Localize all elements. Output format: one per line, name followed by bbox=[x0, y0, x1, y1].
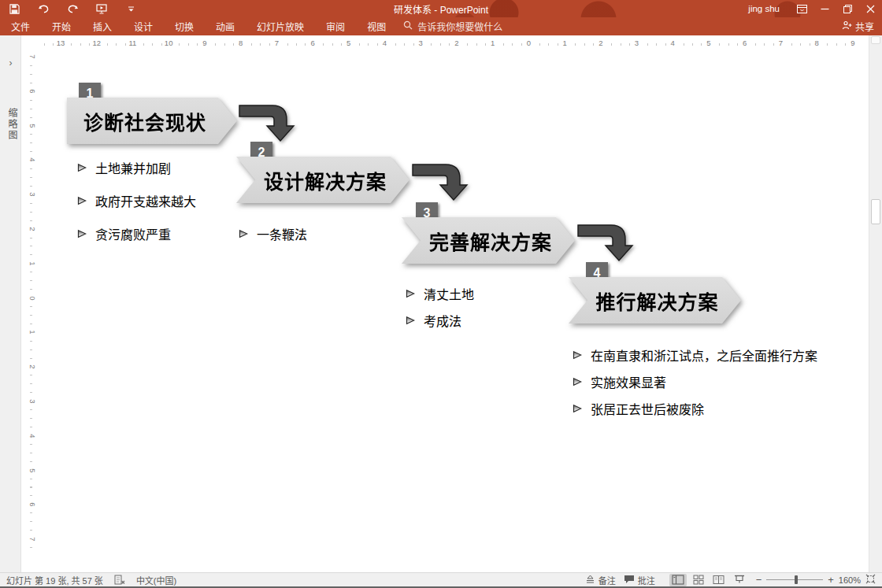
reading-view-icon[interactable] bbox=[710, 574, 728, 586]
tab-insert[interactable]: 插入 bbox=[82, 17, 123, 35]
search-label: 告诉我你想要做什么 bbox=[417, 20, 502, 33]
ruler-number: 5 bbox=[343, 39, 355, 47]
ruler-number: 12 bbox=[91, 39, 103, 47]
statusbar-right: 备注 批注 bbox=[585, 574, 882, 586]
slideshow-icon[interactable] bbox=[731, 574, 748, 586]
bullet-text: 在南直隶和浙江试点，之后全面推行方案 bbox=[591, 346, 817, 364]
comments-label: 批注 bbox=[638, 574, 655, 586]
tab-slideshow[interactable]: 幻灯片放映 bbox=[246, 17, 315, 35]
zoom-level[interactable]: 160% bbox=[839, 575, 861, 585]
ruler-number: 0 bbox=[522, 39, 535, 47]
vertical-scrollbar[interactable] bbox=[869, 35, 882, 572]
quick-access-toolbar bbox=[8, 0, 137, 17]
list-item: 张居正去世后被废除 bbox=[573, 395, 817, 422]
redo-icon[interactable] bbox=[66, 2, 79, 15]
step-title: 设计解决方案 bbox=[236, 157, 410, 203]
list-item: 实施效果显著 bbox=[573, 368, 817, 395]
zoom-control: − + 160% bbox=[756, 574, 876, 586]
start-slideshow-icon[interactable] bbox=[95, 2, 108, 15]
spellcheck-icon[interactable] bbox=[114, 575, 125, 585]
h-ruler-numbers: 131211109876543210123456789 bbox=[54, 35, 865, 53]
bullet-text: 清丈土地 bbox=[424, 284, 474, 303]
step-shape-3[interactable]: 完善解决方案 bbox=[402, 217, 575, 264]
scrollbar-thumb[interactable] bbox=[871, 199, 880, 224]
share-label: 共享 bbox=[855, 20, 874, 33]
tab-review[interactable]: 审阅 bbox=[315, 17, 356, 35]
tab-transitions[interactable]: 切换 bbox=[164, 17, 205, 35]
step-1-bullet-list: 土地兼并加剧 政府开支越来越大 贪污腐败严重 bbox=[77, 151, 196, 250]
ruler-number: 2 bbox=[24, 361, 37, 373]
list-item: 政府开支越来越大 bbox=[77, 184, 196, 217]
tab-design[interactable]: 设计 bbox=[123, 17, 164, 35]
zoom-slider-thumb[interactable] bbox=[795, 575, 798, 584]
language-status[interactable]: 中文(中国) bbox=[136, 574, 176, 586]
thumbnails-pane-label: 缩略图 bbox=[6, 108, 19, 141]
restore-icon[interactable] bbox=[836, 0, 859, 17]
ribbon-display-options-icon[interactable] bbox=[791, 0, 813, 17]
undo-icon[interactable] bbox=[37, 2, 50, 15]
scrollbar-up-button[interactable] bbox=[871, 36, 880, 44]
tell-me-search[interactable]: 告诉我你想要做什么 bbox=[403, 20, 502, 33]
ruler-number: 0 bbox=[24, 292, 37, 305]
tab-view[interactable]: 视图 bbox=[356, 17, 397, 35]
ruler-number: 7 bbox=[270, 39, 283, 47]
ruler-number: 7 bbox=[24, 50, 37, 63]
bullet-text: 政府开支越来越大 bbox=[95, 191, 196, 210]
ribbon-tab-row: 文件 开始 插入 设计 切换 动画 幻灯片放映 审阅 视图 告诉我你想要做什么 … bbox=[0, 17, 882, 35]
ruler-number: 1 bbox=[558, 39, 571, 47]
ruler-number: 5 bbox=[24, 120, 37, 132]
step-shape-1[interactable]: 诊断社会现状 bbox=[67, 98, 237, 144]
tab-file[interactable]: 文件 bbox=[0, 17, 41, 35]
normal-view-icon[interactable] bbox=[669, 574, 687, 586]
step-title: 完善解决方案 bbox=[402, 217, 575, 264]
ruler-number: 7 bbox=[774, 39, 787, 47]
ruler-number: 4 bbox=[666, 39, 679, 47]
arrowhead-bullet-icon bbox=[406, 289, 415, 298]
zoom-in-button[interactable]: + bbox=[828, 574, 834, 586]
ruler-number: 1 bbox=[487, 39, 499, 47]
thumbnails-pane-collapsed[interactable]: › 缩略图 bbox=[0, 35, 21, 572]
bullet-text: 贪污腐败严重 bbox=[95, 224, 171, 243]
save-icon[interactable] bbox=[8, 2, 20, 15]
ruler-number: 9 bbox=[847, 39, 859, 47]
ruler-number: 2 bbox=[595, 39, 607, 47]
customize-qat-caret-icon[interactable] bbox=[124, 2, 137, 15]
ruler-number: 5 bbox=[24, 464, 37, 477]
arrowhead-bullet-icon bbox=[406, 316, 415, 325]
arrowhead-bullet-icon bbox=[573, 350, 582, 360]
ruler-number: 9 bbox=[198, 39, 211, 47]
ruler-number: 6 bbox=[306, 39, 319, 47]
ruler-number: 7 bbox=[24, 533, 37, 545]
share-button[interactable]: 共享 bbox=[842, 17, 874, 35]
title-bar: 研发体系 - PowerPoint jing shu bbox=[0, 0, 882, 17]
bullet-text: 张居正去世后被废除 bbox=[591, 399, 704, 418]
step-shape-2[interactable]: 设计解决方案 bbox=[236, 157, 410, 203]
ruler-number: 8 bbox=[810, 39, 823, 47]
elbow-arrow-icon[interactable] bbox=[411, 158, 474, 209]
step-shape-4[interactable]: 推行解决方案 bbox=[569, 277, 741, 324]
tab-animations[interactable]: 动画 bbox=[205, 17, 246, 35]
v-ruler-numbers: 765432101234567 bbox=[24, 50, 38, 562]
list-item: 在南直隶和浙江试点，之后全面推行方案 bbox=[573, 342, 817, 368]
bullet-text: 土地兼并加剧 bbox=[95, 158, 171, 177]
account-name[interactable]: jing shu bbox=[748, 4, 780, 13]
comments-toggle[interactable]: 批注 bbox=[624, 574, 655, 586]
bullet-text: 实施效果显著 bbox=[591, 372, 666, 391]
zoom-slider[interactable] bbox=[766, 579, 823, 580]
fit-slide-to-window-icon[interactable] bbox=[865, 574, 876, 586]
ruler-number: 5 bbox=[702, 39, 715, 47]
notes-toggle[interactable]: 备注 bbox=[585, 574, 616, 586]
tab-home[interactable]: 开始 bbox=[41, 17, 82, 35]
slide-sorter-icon[interactable] bbox=[690, 574, 707, 586]
ruler-number: 6 bbox=[739, 39, 751, 47]
close-icon[interactable] bbox=[859, 0, 882, 17]
zoom-out-button[interactable]: − bbox=[756, 574, 762, 586]
minimize-icon[interactable] bbox=[813, 0, 836, 17]
expand-pane-chevron-icon[interactable]: › bbox=[0, 57, 21, 68]
slide-counter[interactable]: 幻灯片 第 19 张, 共 57 张 bbox=[6, 574, 103, 586]
arrowhead-bullet-icon bbox=[77, 163, 87, 172]
notes-label: 备注 bbox=[598, 574, 616, 586]
powerpoint-window: 研发体系 - PowerPoint jing shu 文件 开始 插入 设计 切… bbox=[0, 0, 882, 588]
arrowhead-bullet-icon bbox=[573, 404, 582, 413]
list-item: 考成法 bbox=[406, 307, 474, 334]
